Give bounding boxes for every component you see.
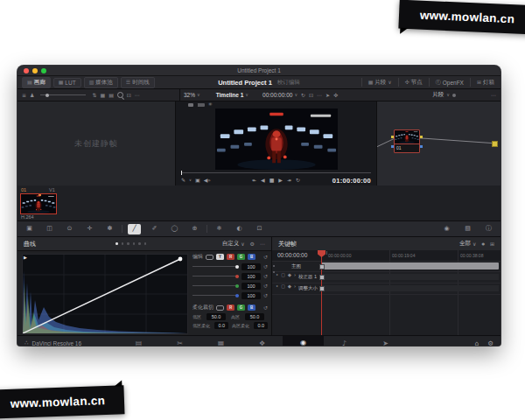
reset-icon[interactable]: ↺ xyxy=(263,274,268,279)
sort-icon[interactable]: ⇅ xyxy=(92,93,96,98)
stills-list-icon[interactable]: ≡ xyxy=(22,93,26,98)
node-key-output[interactable] xyxy=(420,145,423,148)
reset-icon[interactable]: ↺ xyxy=(263,284,268,289)
slider-handle[interactable] xyxy=(235,284,239,288)
tab-lightbox[interactable]: ⊞ 灯箱 xyxy=(470,78,500,87)
bypass-icon[interactable]: ✳ xyxy=(208,102,213,108)
corrector-node-01[interactable]: 01 xyxy=(394,130,420,153)
timeline-dropdown[interactable]: Timeline 1 ∨ xyxy=(216,92,248,98)
fit-icon[interactable]: ⊡ xyxy=(309,93,313,98)
eye-icon[interactable]: ◉ xyxy=(440,224,453,234)
power-window-icon[interactable]: ◯ xyxy=(168,224,181,234)
color-match-icon[interactable]: ◫ xyxy=(43,224,56,234)
zoom-button[interactable] xyxy=(41,68,46,74)
zoom-level-dropdown[interactable]: 32% ∨ xyxy=(184,92,200,98)
blur-icon[interactable]: ❄ xyxy=(213,224,226,234)
dynamics-icon[interactable]: ◆ xyxy=(288,284,291,290)
home-icon[interactable]: ⌂ xyxy=(475,340,480,346)
channel-r-button[interactable]: R xyxy=(227,254,234,260)
page-media-icon[interactable]: ▤ xyxy=(118,336,159,346)
page-edit-icon[interactable]: ▦ xyxy=(200,336,242,346)
play-icon[interactable]: ▶ xyxy=(278,178,283,183)
slider-handle[interactable] xyxy=(235,294,239,298)
sizing-track-row[interactable]: • ◻ ◆ › 调整大小 xyxy=(272,283,500,295)
keyframes-filter-dropdown[interactable]: 全部 ∨ xyxy=(459,240,476,248)
list-view-icon[interactable]: ▤ xyxy=(108,93,114,98)
stop-icon[interactable]: ■ xyxy=(270,178,275,183)
link-icon[interactable] xyxy=(216,305,224,311)
keyframe-playhead-line[interactable] xyxy=(321,250,322,335)
channel-g-button[interactable]: G xyxy=(237,254,245,260)
page-fusion-icon[interactable]: ❖ xyxy=(242,336,283,346)
node-rgb-output[interactable] xyxy=(420,136,423,138)
curve-graph[interactable] xyxy=(22,254,188,334)
search-icon[interactable] xyxy=(117,92,123,98)
softclip-b-button[interactable]: B xyxy=(248,304,256,311)
sizing-icon[interactable]: ⊡ xyxy=(253,224,266,234)
page-color-icon[interactable]: ◉ xyxy=(283,336,324,346)
sizing-track-bar[interactable] xyxy=(321,285,499,291)
high-soft-value[interactable]: 0.0 xyxy=(254,322,268,329)
link-icon[interactable] xyxy=(206,255,214,260)
luma-value[interactable]: 100 xyxy=(242,263,261,270)
skip-last-frame-icon[interactable]: ↠ xyxy=(287,178,291,183)
graph-toggle-icon[interactable]: ▶ xyxy=(24,256,27,260)
keyframe-icon[interactable]: • xyxy=(276,273,278,278)
user-icon[interactable]: ♟ xyxy=(30,93,34,98)
timecode-dropdown[interactable]: 00:00:00:00 ∨ xyxy=(262,92,298,98)
slider-handle[interactable] xyxy=(235,275,239,278)
tab-gallery[interactable]: ▤ 画廊 xyxy=(22,77,51,88)
minimize-button[interactable] xyxy=(32,68,38,74)
reset-icon[interactable]: ↺ xyxy=(263,293,268,298)
tab-lut[interactable]: ▦ LUT xyxy=(53,78,81,88)
lock-icon[interactable]: ◻ xyxy=(281,273,285,278)
softclip-r-button[interactable]: R xyxy=(227,304,234,311)
key-icon[interactable]: ◐ xyxy=(233,224,246,234)
high-clip-value[interactable]: 50.0 xyxy=(245,313,264,320)
titlebar[interactable]: Untitled Project 1 xyxy=(18,66,500,76)
gear-icon[interactable]: ⚙ xyxy=(250,242,255,247)
red-value[interactable]: 100 xyxy=(242,273,261,280)
panel-splitter[interactable] xyxy=(273,265,275,273)
split-screen-icon[interactable] xyxy=(197,103,205,107)
cursor-tool-icon[interactable]: ➤ xyxy=(326,93,330,98)
dynamics-icon[interactable]: ◆ xyxy=(288,273,291,278)
expand-panel-icon[interactable]: ⊞ xyxy=(490,242,494,247)
settings-gear-icon[interactable]: ⚙ xyxy=(487,340,494,346)
rgb-mixer-icon[interactable]: ✛ xyxy=(83,224,96,234)
node-more-icon[interactable]: ⋯ xyxy=(491,93,496,98)
skip-first-frame-icon[interactable]: ↞ xyxy=(252,178,256,183)
more-icon[interactable]: ⋯ xyxy=(317,93,322,98)
corrector-track-bar[interactable] xyxy=(321,274,499,280)
tab-clips[interactable]: ▦ 片段 ∨ xyxy=(361,78,398,87)
grid-view-icon[interactable]: ▦ xyxy=(100,93,105,98)
node-rgb-input[interactable] xyxy=(391,136,394,138)
scrubber-track[interactable] xyxy=(181,172,371,173)
slider-handle[interactable] xyxy=(235,265,239,269)
info-icon[interactable]: ⓘ xyxy=(482,224,495,234)
curves-mode-dropdown[interactable]: 自定义 ∨ xyxy=(222,240,245,248)
blue-slider[interactable] xyxy=(192,295,239,296)
speaker-icon[interactable]: ◀» xyxy=(204,178,211,183)
channel-y-button[interactable]: Y xyxy=(216,254,224,260)
chevron-down-icon[interactable]: ∨ xyxy=(189,178,192,182)
page-fairlight-icon[interactable]: ♪ xyxy=(324,336,365,346)
blue-value[interactable]: 100 xyxy=(242,292,261,299)
red-slider[interactable] xyxy=(192,276,239,276)
tab-nodes[interactable]: ✣ 节点 xyxy=(398,78,429,87)
gallery-panel[interactable]: 未创建静帧 xyxy=(18,102,176,186)
tab-media-pool[interactable]: ▥ 媒体池 xyxy=(84,77,118,88)
step-back-icon[interactable]: ◀ xyxy=(261,178,265,183)
pen-tool-icon[interactable]: ✎ xyxy=(181,178,186,183)
tab-timelines[interactable]: ☰ 时间线 xyxy=(121,77,155,88)
node-tree-output[interactable] xyxy=(492,141,498,147)
master-track-bar[interactable] xyxy=(321,262,499,270)
qualifier-icon[interactable]: ✐ xyxy=(148,224,161,234)
clips-strip[interactable]: 01 V1 H.264 xyxy=(18,186,500,221)
node-graph-panel[interactable]: 01 xyxy=(377,102,500,186)
tab-openfx[interactable]: ⓕ OpenFX xyxy=(429,78,470,87)
keyframe-marker[interactable] xyxy=(319,286,325,291)
grab-tool-icon[interactable]: ✜ xyxy=(333,93,338,98)
luma-slider[interactable] xyxy=(192,266,239,267)
expand-chevron-icon[interactable]: › xyxy=(294,284,296,290)
